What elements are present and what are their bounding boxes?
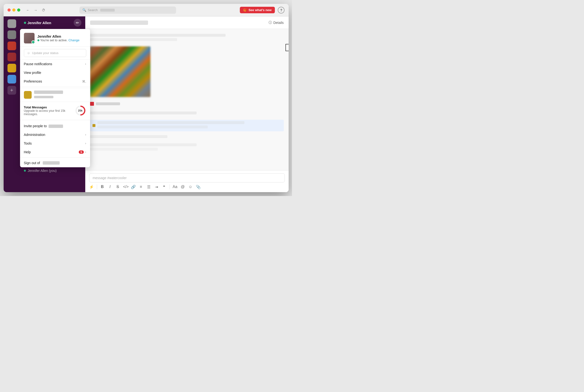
code-icon[interactable]: </> <box>123 185 128 189</box>
gift-icon: 🎁 <box>243 8 247 12</box>
annotation-container: Preferences <box>285 44 288 51</box>
pause-notifications-item[interactable]: Pause notifications › <box>20 60 90 68</box>
forward-button[interactable]: → <box>33 7 39 13</box>
lightning-icon[interactable]: ⚡ <box>89 185 94 189</box>
quote-icon[interactable]: ❝ <box>162 185 167 189</box>
workspace-name-button[interactable]: Jennifer Allen <box>24 21 52 25</box>
main-content: ⓘ Details <box>85 16 289 192</box>
active-status-dot <box>38 39 39 41</box>
table-row <box>90 144 284 152</box>
mention-icon[interactable]: @ <box>180 185 185 189</box>
view-profile-item[interactable]: View profile <box>20 68 90 77</box>
invite-ws-name-blurred <box>49 124 63 128</box>
history-button[interactable]: ⏱ <box>41 7 46 13</box>
workspace-avatar-2[interactable] <box>8 30 16 39</box>
details-button[interactable]: ⓘ Details <box>269 20 284 25</box>
table-row <box>90 135 284 140</box>
tools-item[interactable]: Tools › <box>20 139 90 148</box>
minimize-button[interactable] <box>12 8 16 12</box>
ordered-list-icon[interactable]: ≡ <box>139 185 144 189</box>
channel-image <box>90 46 151 97</box>
list-item <box>90 102 284 106</box>
preferences-item[interactable]: Preferences ⌘, <box>20 77 90 86</box>
link-icon[interactable]: 🔗 <box>131 185 136 189</box>
sidebar-header: Jennifer Allen ✏ <box>20 16 85 29</box>
indent-icon[interactable]: ⇥ <box>154 185 159 189</box>
main-layout: + Jennifer Allen ✏ Jennifer Allen <box>4 16 289 192</box>
close-button[interactable] <box>8 8 11 12</box>
attachment-icon[interactable]: 📎 <box>196 185 201 189</box>
blurred-message-5 <box>90 144 197 146</box>
workspace-avatar-3[interactable] <box>8 42 16 50</box>
user-status-line: You're set to active. Change <box>38 38 80 42</box>
icon-sidebar: + <box>4 16 20 192</box>
invite-people-item[interactable]: Invite people to <box>20 122 90 130</box>
sign-out-item[interactable]: Sign out of <box>20 158 90 167</box>
dropdown-user-section: Jennifer Allen You're set to active. Cha… <box>20 29 90 46</box>
blurred-message-2 <box>90 38 177 41</box>
blurred-message-1 <box>90 34 226 37</box>
total-messages-text: Total Messages Upgrade to access your fi… <box>24 106 72 116</box>
see-whats-new-button[interactable]: 🎁 See what's new <box>240 7 275 13</box>
help-button[interactable]: ? <box>278 7 285 14</box>
search-bar[interactable]: 🔍 Search <box>80 6 176 14</box>
message-toolbar: ⚡ B I S </> 🔗 ≡ ☰ ⇥ ❝ Aa @ ☺ 📎 <box>89 184 285 189</box>
user-avatar <box>24 33 35 44</box>
workspace-icon <box>24 91 32 99</box>
table-row <box>90 112 284 116</box>
total-messages-section: Total Messages Upgrade to access your fi… <box>20 102 90 120</box>
title-bar: ← → ⏱ 🔍 Search 🎁 See what's new ? <box>4 4 289 16</box>
user-display-name: Jennifer Allen <box>38 34 80 38</box>
toolbar-divider-1 <box>97 184 97 189</box>
toolbar-divider-2 <box>170 184 170 189</box>
italic-icon[interactable]: I <box>108 185 113 189</box>
dropdown-menu: Jennifer Allen You're set to active. Cha… <box>20 29 90 167</box>
bold-icon[interactable]: B <box>100 185 105 189</box>
maximize-button[interactable] <box>17 8 20 12</box>
image-section: Preferences <box>90 46 284 97</box>
administration-item[interactable]: Administration › <box>20 130 90 139</box>
sidebar-item-jennifer-allen[interactable]: Jennifer Allen (you) <box>20 168 85 174</box>
status-dot <box>24 22 26 24</box>
sign-out-ws-blurred <box>43 161 60 164</box>
highlight-blurred-2 <box>97 126 208 128</box>
unordered-list-icon[interactable]: ☰ <box>146 185 151 189</box>
search-icon: 🔍 <box>82 8 86 12</box>
info-icon: ⓘ <box>269 20 272 25</box>
status-input-row: ☺ Update your status <box>20 46 90 60</box>
red-accent-icon <box>90 102 94 106</box>
left-sidebar: Jennifer Allen ✏ Jennifer Allen You're s… <box>20 16 85 192</box>
add-workspace-button[interactable]: + <box>8 86 16 94</box>
table-row <box>90 34 284 42</box>
highlight-blurred-1 <box>97 121 245 124</box>
blurred-message-3 <box>90 112 197 114</box>
status-input[interactable]: ☺ Update your status <box>24 49 86 57</box>
channel-name-blurred <box>90 20 148 25</box>
blurred-message-4 <box>90 135 168 138</box>
donut-chart: 25k <box>75 105 86 116</box>
messages-area: Preferences <box>85 29 289 170</box>
chevron-right-icon-3: › <box>85 142 86 145</box>
workspace-name-blurred <box>34 90 63 94</box>
message-input-box[interactable]: message #watercooler <box>89 173 285 182</box>
workspace-avatar-1[interactable] <box>8 19 16 28</box>
workspace-avatar-6[interactable] <box>8 75 16 84</box>
help-item[interactable]: Help 5 › <box>20 148 90 156</box>
blurred-item-label <box>96 102 120 105</box>
nav-buttons: ← → ⏱ <box>25 7 46 13</box>
workspace-avatar-5[interactable] <box>8 64 16 72</box>
message-input-area: message #watercooler ⚡ B I S </> 🔗 ≡ ☰ ⇥… <box>85 170 289 192</box>
change-status-link[interactable]: Change <box>68 38 80 42</box>
strikethrough-icon[interactable]: S <box>116 185 120 189</box>
chevron-right-icon: › <box>85 62 86 66</box>
search-placeholder: Search <box>88 8 98 12</box>
back-button[interactable]: ← <box>25 7 31 13</box>
donut-label: 25k <box>78 109 82 112</box>
font-icon[interactable]: Aa <box>173 185 178 189</box>
emoji-toolbar-icon[interactable]: ☺ <box>188 185 193 189</box>
workspace-section <box>20 88 90 102</box>
compose-button[interactable]: ✏ <box>74 19 81 26</box>
workspace-avatar-4[interactable] <box>8 52 16 61</box>
online-dot <box>24 170 26 172</box>
highlight-dot <box>93 124 95 127</box>
